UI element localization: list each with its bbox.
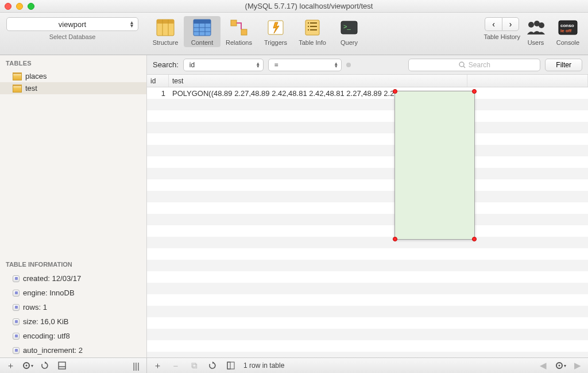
polygon-preview[interactable]: [394, 91, 475, 240]
users-button[interactable]: Users: [520, 16, 551, 47]
svg-text:le off: le off: [560, 28, 571, 33]
database-sublabel: Select Database: [49, 33, 96, 40]
table-name: test: [25, 84, 37, 93]
database-selector: viewport ▴▾ Select Database: [3, 16, 141, 40]
svg-rect-20: [310, 29, 317, 30]
search-column-select[interactable]: id ▴▾: [183, 59, 264, 71]
search-placeholder: Search: [469, 61, 490, 69]
column-header-id[interactable]: id: [147, 75, 169, 87]
svg-rect-1: [157, 20, 174, 24]
sidebar-item-test[interactable]: test: [0, 82, 146, 94]
tab-triggers[interactable]: Triggers: [257, 16, 294, 47]
triggers-icon: [265, 18, 286, 37]
collapse-sidebar-icon[interactable]: |||: [130, 360, 142, 371]
gear-icon[interactable]: ▾: [22, 360, 33, 371]
remove-row-button[interactable]: −: [170, 360, 181, 371]
grid-stripes: [147, 99, 588, 357]
handle-icon[interactable]: [393, 89, 397, 94]
main-area: TABLES places test TABLE INFORMATION cre…: [0, 55, 588, 357]
database-name: viewport: [59, 20, 86, 29]
info-engine: engine: InnoDB: [0, 286, 146, 300]
prev-page-icon[interactable]: ◀: [537, 360, 549, 371]
tab-label: Table Info: [299, 39, 326, 46]
svg-rect-19: [308, 29, 309, 30]
console-icon: console off: [558, 18, 578, 37]
table-row[interactable]: 1 POLYGON((48.89 2.27,48.89 2.42,48.81 2…: [147, 87, 588, 99]
table-icon: [13, 84, 22, 93]
svg-rect-10: [231, 20, 237, 26]
console-button[interactable]: console off Console: [551, 16, 585, 47]
handle-icon[interactable]: [393, 237, 397, 241]
svg-rect-15: [308, 22, 309, 24]
search-status-icon: [346, 63, 351, 67]
handle-icon[interactable]: [472, 89, 477, 94]
page-layout-icon[interactable]: [225, 360, 237, 371]
svg-point-29: [459, 62, 464, 67]
window-title: (MySQL 5.7.17) localhost/viewport/test: [34, 2, 583, 10]
column-header-empty: [467, 75, 588, 87]
sidebar-item-places[interactable]: places: [0, 70, 146, 82]
handle-icon[interactable]: [472, 237, 477, 241]
content-statusbar: ＋ − ⧉ 1 row in table ◀ ▾ ▶: [147, 357, 588, 373]
tables-header: TABLES: [0, 55, 146, 70]
row-count-label: 1 row in table: [243, 362, 284, 370]
main-toolbar: viewport ▴▾ Select Database Structure Co…: [0, 13, 588, 55]
history-back-button[interactable]: ‹: [485, 17, 502, 31]
database-popup[interactable]: viewport ▴▾: [6, 17, 138, 31]
search-icon: [459, 61, 466, 68]
tab-label: Relations: [226, 39, 252, 46]
table-info-icon: [302, 18, 323, 37]
content-icon: [192, 18, 212, 37]
bullet-icon: [13, 290, 20, 297]
toggle-info-icon[interactable]: [56, 360, 68, 371]
history-forward-button[interactable]: ›: [502, 17, 519, 31]
table-info-header: TABLE INFORMATION: [0, 256, 146, 271]
view-tabs: Structure Content Relations Triggers Tab…: [147, 16, 368, 47]
refresh-icon[interactable]: [39, 360, 51, 371]
pager-gear-icon[interactable]: ▾: [555, 360, 566, 371]
tab-structure[interactable]: Structure: [147, 16, 184, 47]
svg-point-25: [539, 22, 544, 28]
column-header-test[interactable]: test: [169, 75, 467, 87]
svg-text:>_: >_: [343, 23, 351, 30]
maximize-icon[interactable]: [28, 3, 34, 10]
search-input[interactable]: Search: [408, 59, 540, 71]
minimize-icon[interactable]: [16, 3, 23, 10]
tab-label: Structure: [153, 39, 179, 46]
duplicate-row-button[interactable]: ⧉: [188, 360, 200, 371]
tab-relations[interactable]: Relations: [220, 16, 257, 47]
tab-content[interactable]: Content: [184, 16, 220, 47]
info-encoding: encoding: utf8: [0, 329, 146, 343]
info-size: size: 16,0 KiB: [0, 314, 146, 329]
add-button[interactable]: ＋: [5, 360, 16, 371]
grid-header: id test: [147, 75, 588, 87]
info-created: created: 12/03/17: [0, 271, 146, 286]
window-controls: [5, 3, 34, 10]
content-pane: Search: id ▴▾ = ▴▾ Search Filter id test: [147, 55, 588, 357]
info-autoinc: auto_increment: 2: [0, 343, 146, 357]
search-label: Search:: [153, 60, 179, 69]
bullet-icon: [13, 318, 20, 325]
refresh-content-icon[interactable]: [207, 360, 218, 371]
next-page-icon[interactable]: ▶: [572, 360, 583, 371]
tab-table-info[interactable]: Table Info: [294, 16, 331, 47]
info-rows: rows: 1: [0, 300, 146, 314]
svg-rect-17: [308, 26, 309, 27]
tab-label: Query: [341, 39, 358, 46]
svg-rect-11: [241, 29, 247, 35]
add-row-button[interactable]: ＋: [152, 360, 163, 371]
sidebar-statusbar: ＋ ▾ |||: [0, 357, 147, 373]
cell-test[interactable]: POLYGON((48.89 2.27,48.89 2.42,48.81 2.4…: [169, 89, 403, 98]
grid-body[interactable]: 1 POLYGON((48.89 2.27,48.89 2.42,48.81 2…: [147, 87, 588, 357]
filter-button[interactable]: Filter: [545, 59, 582, 71]
search-operator-select[interactable]: = ▴▾: [268, 59, 342, 71]
tab-query[interactable]: >_ Query: [331, 16, 368, 47]
svg-rect-18: [310, 26, 317, 27]
cell-id[interactable]: 1: [147, 89, 169, 98]
query-icon: >_: [339, 18, 359, 37]
tab-label: Content: [191, 39, 214, 46]
svg-rect-34: [59, 362, 65, 369]
close-icon[interactable]: [5, 3, 11, 10]
tables-list: places test: [0, 70, 146, 100]
svg-rect-5: [194, 20, 211, 24]
